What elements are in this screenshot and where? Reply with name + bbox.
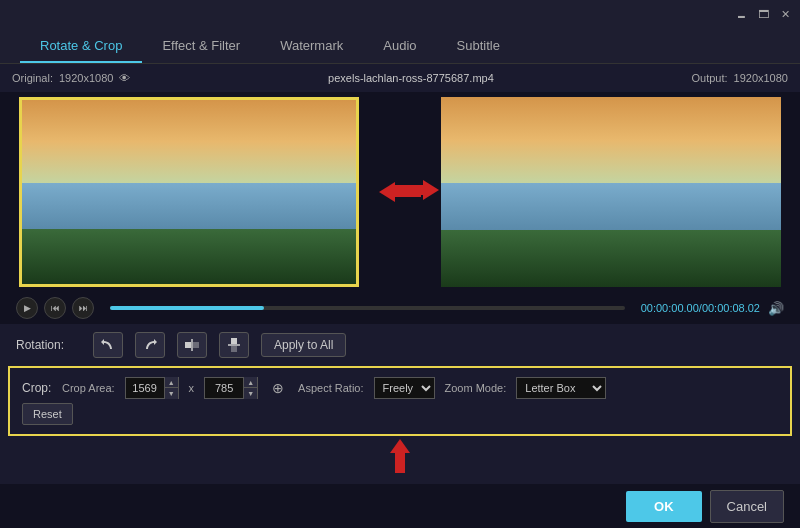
- preview-right: [441, 97, 781, 287]
- maximize-button[interactable]: 🗖: [756, 7, 770, 21]
- crop-height-input[interactable]: ▲ ▼: [204, 377, 258, 399]
- eye-icon[interactable]: 👁: [119, 72, 130, 84]
- crop-width-input[interactable]: ▲ ▼: [125, 377, 179, 399]
- time-display: 00:00:00.00/00:00:08.02: [641, 302, 760, 314]
- minimize-button[interactable]: 🗕: [734, 7, 748, 21]
- progress-bar[interactable]: [110, 306, 625, 310]
- rotation-label: Rotation:: [16, 338, 81, 352]
- crop-area-label: Crop Area:: [62, 382, 115, 394]
- arrow-up-area: [0, 436, 800, 476]
- crop-height-decrement[interactable]: ▼: [243, 388, 257, 399]
- crop-width-increment[interactable]: ▲: [164, 377, 178, 388]
- zoom-mode-select[interactable]: Letter Box Pan & Scan Full: [516, 377, 606, 399]
- svg-rect-4: [231, 346, 237, 352]
- progress-fill: [110, 306, 264, 310]
- output-label: Output:: [691, 72, 727, 84]
- zoom-mode-label: Zoom Mode:: [445, 382, 507, 394]
- tab-watermark[interactable]: Watermark: [260, 30, 363, 63]
- next-button[interactable]: ⏭: [72, 297, 94, 319]
- play-button[interactable]: ▶: [16, 297, 38, 319]
- preview-arrow: [395, 180, 439, 200]
- playback-controls: ▶ ⏮ ⏭: [16, 297, 94, 319]
- flip-vertical-button[interactable]: [219, 332, 249, 358]
- crop-width-field[interactable]: [126, 382, 164, 394]
- filename: pexels-lachlan-ross-8775687.mp4: [328, 72, 494, 84]
- tab-subtitle[interactable]: Subtitle: [437, 30, 520, 63]
- tab-effect-filter[interactable]: Effect & Filter: [142, 30, 260, 63]
- crop-label: Crop:: [22, 381, 52, 395]
- svg-rect-0: [185, 342, 191, 348]
- crop-width-decrement[interactable]: ▼: [164, 388, 178, 399]
- rotation-section: Rotation: Apply to All: [0, 324, 800, 366]
- flip-horizontal-button[interactable]: [177, 332, 207, 358]
- preview-left: [19, 97, 359, 287]
- output-resolution: 1920x1080: [734, 72, 788, 84]
- reset-button[interactable]: Reset: [22, 403, 73, 425]
- tab-bar: Rotate & Crop Effect & Filter Watermark …: [0, 28, 800, 64]
- tab-rotate-crop[interactable]: Rotate & Crop: [20, 30, 142, 63]
- up-arrow: [390, 439, 410, 473]
- aspect-ratio-label: Aspect Ratio:: [298, 382, 363, 394]
- original-resolution: 1920x1080: [59, 72, 113, 84]
- original-label: Original:: [12, 72, 53, 84]
- apply-to-all-button[interactable]: Apply to All: [261, 333, 346, 357]
- crop-height-field[interactable]: [205, 382, 243, 394]
- cancel-button[interactable]: Cancel: [710, 490, 784, 523]
- center-icon[interactable]: ⊕: [272, 380, 284, 396]
- svg-rect-3: [231, 338, 237, 344]
- volume-icon[interactable]: 🔊: [768, 301, 784, 316]
- tab-audio[interactable]: Audio: [363, 30, 436, 63]
- controls-bar: ▶ ⏮ ⏭ 00:00:00.00/00:00:08.02 🔊: [0, 292, 800, 324]
- rotate-right-button[interactable]: [135, 332, 165, 358]
- crop-height-increment[interactable]: ▲: [243, 377, 257, 388]
- bottom-bar: OK Cancel: [0, 484, 800, 528]
- title-bar: 🗕 🗖 ✕: [0, 0, 800, 28]
- rotate-left-button[interactable]: [93, 332, 123, 358]
- prev-button[interactable]: ⏮: [44, 297, 66, 319]
- aspect-ratio-select[interactable]: Freely 16:9 4:3 1:1 9:16: [374, 377, 435, 399]
- info-bar: Original: 1920x1080 👁 pexels-lachlan-ros…: [0, 64, 800, 92]
- ok-button[interactable]: OK: [626, 491, 702, 522]
- svg-rect-1: [193, 342, 199, 348]
- close-button[interactable]: ✕: [778, 7, 792, 21]
- crop-section: Crop: Crop Area: ▲ ▼ x ▲ ▼ ⊕ Aspect Rati…: [8, 366, 792, 436]
